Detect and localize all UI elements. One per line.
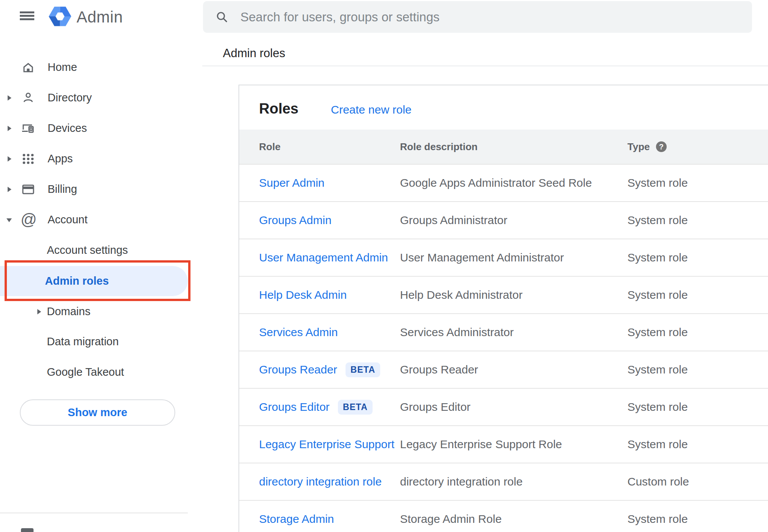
sidebar-item-data-migration[interactable]: Data migration (0, 327, 196, 357)
role-type: System role (627, 176, 768, 189)
billing-card-icon (21, 183, 35, 196)
role-link[interactable]: Services Admin (259, 326, 338, 339)
role-link[interactable]: Groups Admin (259, 214, 331, 227)
sidebar-item-label: Google Takeout (47, 366, 124, 378)
chevron-right-icon[interactable] (8, 187, 11, 192)
column-header-role: Role (259, 141, 400, 153)
sidebar-item-label: Devices (48, 122, 87, 135)
admin-logo[interactable]: Admin (49, 7, 123, 27)
sidebar-item-label: Data migration (47, 335, 119, 348)
admin-logo-icon (49, 6, 71, 28)
at-icon: @ (21, 210, 37, 229)
role-type: System role (627, 363, 768, 376)
content-divider (202, 66, 768, 66)
chevron-down-icon[interactable] (6, 218, 12, 222)
column-header-role-description: Role description (400, 141, 627, 153)
role-type: System role (627, 438, 768, 451)
roles-card: Roles Create new role Role Role descript… (238, 85, 768, 532)
beta-badge: BETA (346, 362, 380, 377)
role-link[interactable]: Super Admin (259, 176, 325, 189)
role-type: Custom role (627, 475, 768, 488)
table-row: Help Desk Admin Help Desk Administrator … (239, 277, 768, 314)
role-type: System role (627, 288, 768, 301)
table-row: User Management Admin User Management Ad… (239, 239, 768, 277)
home-icon (21, 61, 35, 74)
sidebar-item-account-settings[interactable]: Account settings (0, 235, 196, 266)
role-description: Groups Editor (400, 401, 627, 413)
role-link[interactable]: Help Desk Admin (259, 288, 347, 301)
sidebar-divider (0, 513, 188, 513)
role-type: System role (627, 214, 768, 227)
sidebar-item-label: Billing (48, 183, 77, 195)
person-icon (21, 91, 35, 105)
logo-text: Admin (77, 8, 123, 26)
show-more-label: Show more (68, 406, 127, 419)
menu-icon[interactable] (20, 11, 34, 20)
sidebar-item-label: Account settings (47, 244, 128, 256)
chevron-right-icon[interactable] (8, 156, 11, 162)
role-link[interactable]: Storage Admin (259, 513, 334, 526)
beta-badge: BETA (338, 400, 373, 415)
sidebar-item-label: Account (48, 213, 88, 226)
partial-bottom-icon (21, 528, 34, 532)
sidebar-item-billing[interactable]: Billing (0, 174, 196, 205)
role-link[interactable]: directory integration role (259, 475, 382, 488)
chevron-right-icon[interactable] (8, 95, 11, 101)
table-row: Groups Editor BETA Groups Editor System … (239, 389, 768, 426)
table-row: Super Admin Google Apps Administrator Se… (239, 165, 768, 202)
sidebar-item-domains[interactable]: Domains (0, 296, 196, 327)
search-input[interactable] (240, 10, 752, 24)
role-description: Groups Administrator (400, 214, 627, 227)
table-row: Groups Admin Groups Administrator System… (239, 202, 768, 239)
sidebar-item-directory[interactable]: Directory (0, 83, 196, 113)
role-link[interactable]: User Management Admin (259, 251, 388, 264)
sidebar-item-label: Admin roles (45, 274, 109, 287)
sidebar-item-label: Domains (47, 305, 90, 318)
role-description: directory integration role (400, 475, 627, 488)
column-header-type: Type ? (627, 141, 768, 153)
search-bar[interactable] (203, 1, 752, 33)
table-header: Role Role description Type ? (239, 130, 768, 165)
role-link[interactable]: Groups Editor (259, 401, 330, 413)
role-description: Groups Reader (400, 363, 627, 376)
sidebar-item-label: Directory (48, 91, 92, 104)
role-type: System role (627, 401, 768, 413)
breadcrumb: Admin roles (223, 46, 285, 60)
role-type: System role (627, 326, 768, 339)
create-new-role-link[interactable]: Create new role (331, 104, 411, 115)
role-link[interactable]: Groups Reader (259, 363, 337, 376)
chevron-right-icon[interactable] (37, 309, 41, 314)
sidebar-item-apps[interactable]: Apps (0, 144, 196, 174)
sidebar: Admin Home Directory (0, 0, 196, 532)
sidebar-item-label: Apps (48, 152, 73, 165)
devices-icon (21, 122, 35, 135)
chevron-right-icon[interactable] (8, 126, 11, 131)
role-description: Help Desk Administrator (400, 288, 627, 301)
show-more-button[interactable]: Show more (20, 399, 175, 426)
table-row: Services Admin Services Administrator Sy… (239, 314, 768, 351)
apps-grid-icon (21, 152, 35, 166)
help-icon[interactable]: ? (656, 141, 667, 152)
page-title: Roles (259, 101, 298, 116)
roles-card-header: Roles Create new role (239, 85, 768, 130)
sidebar-item-account[interactable]: @ Account (0, 205, 196, 235)
sidebar-item-admin-roles[interactable]: Admin roles (0, 266, 188, 296)
role-description: Services Administrator (400, 326, 627, 339)
sidebar-item-devices[interactable]: Devices (0, 113, 196, 144)
role-link[interactable]: Legacy Enterprise Support (259, 438, 394, 451)
table-row: Legacy Enterprise Support Legacy Enterpr… (239, 426, 768, 463)
sidebar-item-home[interactable]: Home (0, 52, 196, 83)
table-row: directory integration role directory int… (239, 463, 768, 501)
role-description: Storage Admin Role (400, 513, 627, 526)
role-type: System role (627, 251, 768, 264)
role-description: Google Apps Administrator Seed Role (400, 176, 627, 189)
role-type: System role (627, 513, 768, 526)
table-row: Groups Reader BETA Groups Reader System … (239, 351, 768, 389)
role-description: Legacy Enterprise Support Role (400, 438, 627, 451)
sidebar-item-label: Home (48, 61, 77, 74)
sidebar-item-google-takeout[interactable]: Google Takeout (0, 357, 196, 388)
search-icon (215, 10, 229, 24)
role-description: User Management Administrator (400, 251, 627, 264)
table-row: Storage Admin Storage Admin Role System … (239, 501, 768, 532)
